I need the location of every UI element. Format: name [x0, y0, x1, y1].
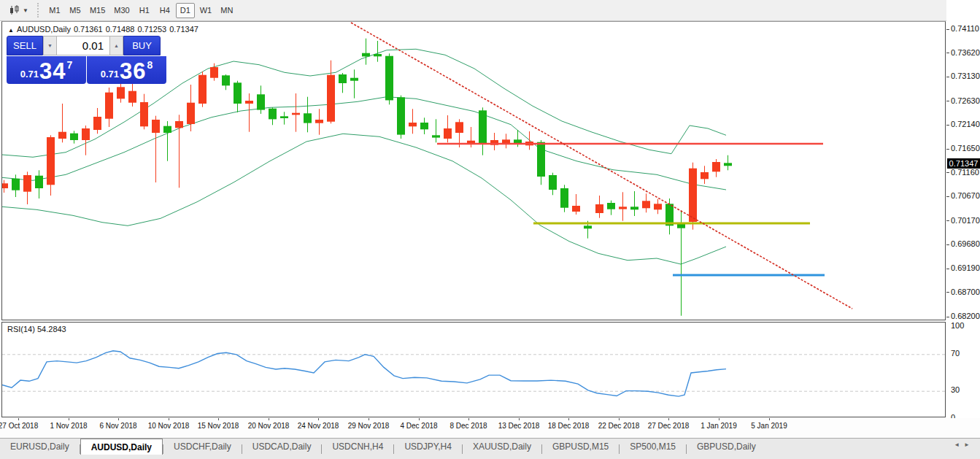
- chart-tab-eurusd-daily[interactable]: EURUSD,Daily: [0, 439, 80, 455]
- chevron-down-icon: ▼: [23, 7, 28, 14]
- candle-down: [198, 75, 207, 104]
- buy-price-point: 8: [147, 59, 153, 71]
- date-axis[interactable]: 27 Oct 20181 Nov 20186 Nov 201810 Nov 20…: [0, 418, 980, 438]
- candle-down: [245, 101, 253, 104]
- timeframe-button-m30[interactable]: M30: [110, 3, 133, 18]
- sell-price-button[interactable]: 0.71 34 7: [7, 56, 86, 84]
- candle-up: [163, 126, 171, 133]
- chart-tabs-bar: EURUSD,DailyAUDUSD,DailyUSDCHF,DailyUSDC…: [0, 438, 980, 459]
- date-axis-tick: [419, 418, 420, 420]
- price-axis-label: 0.73620: [951, 48, 980, 57]
- chart-tab-gbpusd-daily[interactable]: GBPUSD,Daily: [687, 439, 766, 455]
- candle-down: [140, 102, 148, 126]
- chart-tab-gbpusd-m15[interactable]: GBPUSD,M15: [542, 439, 619, 455]
- timeframe-button-h1[interactable]: H1: [135, 3, 154, 18]
- mt4-terminal: ▼ M1M5M15M30H1H4D1W1MN ▲AUDUSD,Daily0.71…: [0, 0, 980, 459]
- chart-tab-sp500-m15[interactable]: SP500,M15: [620, 439, 686, 455]
- sell-price-prefix: 0.71: [20, 69, 39, 80]
- candle-up: [385, 56, 393, 101]
- price-axis-tick: [946, 29, 949, 30]
- candle-down: [619, 207, 627, 209]
- descending-trendline[interactable]: [351, 23, 852, 309]
- timeframe-button-mn[interactable]: MN: [217, 3, 236, 18]
- candle-up: [70, 134, 78, 140]
- chart-tab-usdjpy-h4[interactable]: USDJPY,H4: [394, 439, 461, 455]
- date-axis-tick: [269, 418, 269, 420]
- candle-down: [23, 175, 31, 192]
- date-axis-tick: [668, 418, 669, 420]
- price-axis-tick: [946, 220, 949, 221]
- candle-down: [327, 75, 335, 122]
- rsi-indicator-pane[interactable]: RSI(14) 54.2843: [1, 322, 946, 417]
- candle-down: [2, 183, 8, 188]
- chart-tabs: EURUSD,DailyAUDUSD,DailyUSDCHF,DailyUSDC…: [0, 439, 766, 459]
- timeframe-button-m15[interactable]: M15: [86, 3, 109, 18]
- price-axis-label: 0.72630: [951, 96, 980, 105]
- candle-up: [362, 53, 370, 57]
- rsi-line: [2, 351, 726, 396]
- toolbar-separator: [37, 3, 41, 18]
- date-axis-label: 6 Nov 2018: [90, 422, 146, 430]
- chart-tab-audusd-daily[interactable]: AUDUSD,Daily: [80, 439, 163, 455]
- timeframe-button-m5[interactable]: M5: [66, 3, 85, 18]
- lot-increase-button[interactable]: ▲: [109, 36, 123, 55]
- lot-decrease-button[interactable]: ▼: [43, 36, 57, 55]
- legend-high: 0.71488: [106, 25, 135, 34]
- chart-tab-usdchf-daily[interactable]: USDCHF,Daily: [163, 439, 242, 455]
- rsi-value: 54.2843: [37, 325, 66, 333]
- timeframe-button-m1[interactable]: M1: [45, 3, 64, 18]
- tab-scroll-right-icon[interactable]: ►: [964, 441, 974, 448]
- date-axis-label: 22 Dec 2018: [591, 422, 647, 430]
- date-axis-tick: [769, 418, 770, 420]
- buy-button[interactable]: BUY: [123, 36, 161, 55]
- candle-up: [12, 179, 20, 190]
- candle-down: [152, 120, 160, 133]
- candle-down: [572, 206, 580, 212]
- buy-price-button[interactable]: 0.71 36 8: [87, 56, 166, 84]
- date-axis-label: 27 Dec 2018: [641, 422, 696, 430]
- price-axis-label: 0.68700: [951, 288, 980, 296]
- candle-down: [292, 113, 300, 115]
- price-axis-tick: [946, 53, 949, 53]
- tab-scroll-arrows[interactable]: ◄►: [954, 441, 974, 448]
- buy-price-pips: 36: [120, 61, 146, 82]
- legend-low: 0.71253: [137, 25, 166, 34]
- candle-up: [549, 175, 557, 190]
- legend-symbol: AUDUSD,Daily: [17, 25, 71, 34]
- chart-tab-xauusd-daily[interactable]: XAUUSD,Daily: [463, 439, 541, 455]
- lot-size-input[interactable]: [57, 36, 109, 55]
- price-axis-label: 0.71650: [951, 144, 980, 153]
- chart-type-button[interactable]: ▼: [4, 2, 33, 18]
- date-axis-tick: [218, 418, 219, 420]
- date-axis-tick: [369, 418, 369, 420]
- candle-down: [689, 169, 697, 222]
- candle-down: [58, 132, 66, 139]
- date-axis-label: 10 Nov 2018: [141, 422, 196, 430]
- candle-down: [93, 117, 101, 130]
- collapse-arrow-icon: ▲: [8, 27, 14, 34]
- price-axis[interactable]: 0.71347 0.741100.736200.731300.726300.72…: [946, 0, 980, 459]
- main-chart-pane[interactable]: ▲AUDUSD,Daily0.713610.714880.712530.7134…: [1, 21, 946, 320]
- candle-up: [374, 54, 382, 56]
- candle-down: [187, 103, 195, 124]
- date-axis-label: 27 Oct 2018: [0, 422, 46, 430]
- price-axis-tick: [946, 317, 949, 317]
- date-axis-label: 18 Dec 2018: [541, 422, 596, 430]
- price-axis-label: 0.70670: [951, 191, 980, 200]
- sell-button[interactable]: SELL: [7, 36, 43, 55]
- timeframe-button-w1[interactable]: W1: [196, 3, 216, 18]
- rsi-chart-canvas[interactable]: [2, 323, 945, 417]
- chart-tab-usdcnh-h4[interactable]: USDCNH,H4: [322, 439, 393, 455]
- chart-tab-usdcad-daily[interactable]: USDCAD,Daily: [242, 439, 322, 455]
- candle-down: [47, 137, 55, 185]
- price-axis-label: 0.74110: [951, 24, 979, 33]
- date-axis-label: 24 Nov 2018: [290, 422, 346, 430]
- tab-scroll-left-icon[interactable]: ◄: [954, 441, 964, 448]
- candle-up: [280, 116, 288, 118]
- rsi-axis-label: 70: [951, 349, 960, 358]
- price-axis-label: 0.69190: [951, 263, 980, 272]
- timeframe-button-h4[interactable]: H4: [155, 3, 174, 18]
- date-axis-label: 4 Dec 2018: [391, 422, 447, 430]
- timeframe-button-d1[interactable]: D1: [176, 3, 195, 18]
- date-axis-tick: [619, 418, 620, 420]
